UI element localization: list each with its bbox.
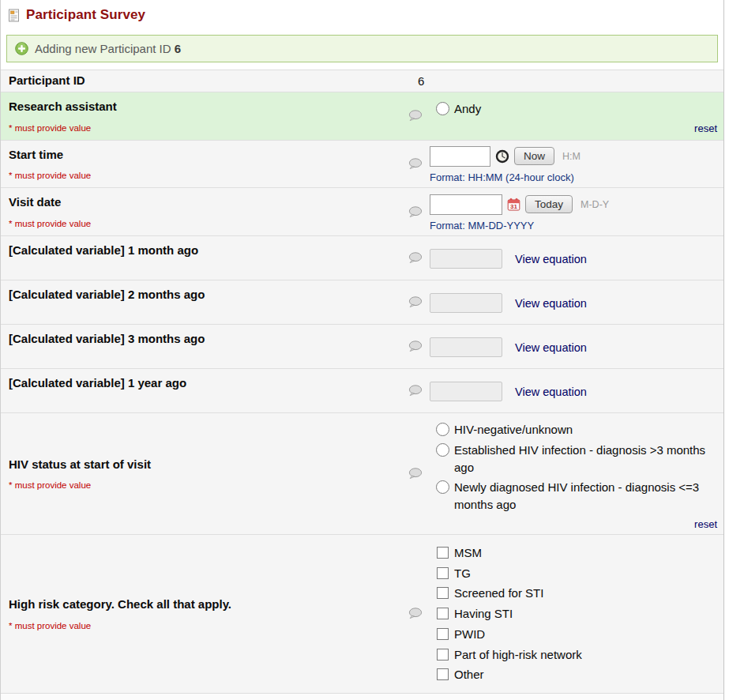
radio-button[interactable] — [436, 423, 449, 436]
reset-link[interactable]: reset — [694, 122, 717, 134]
calc-value-input — [430, 249, 502, 269]
required-note: * must provide value — [9, 621, 397, 630]
calc-value-input — [430, 337, 502, 357]
required-note: * must provide value — [9, 219, 397, 228]
visit-date-input[interactable] — [430, 194, 502, 215]
checkbox-label: MSM — [454, 544, 482, 562]
checkbox-option-screened-sti[interactable]: Screened for STI — [436, 585, 719, 602]
time-format-note: Format: HH:MM (24-hour clock) — [430, 171, 719, 183]
banner-record-id: 6 — [175, 42, 181, 55]
adding-record-banner: Adding new Participant ID 6 — [6, 35, 718, 62]
now-button[interactable]: Now — [514, 147, 554, 165]
view-equation-link[interactable]: View equation — [515, 253, 587, 265]
svg-text:31: 31 — [510, 203, 517, 210]
checkbox-option-pwid[interactable]: PWID — [436, 626, 719, 643]
start-time-label: Start time — [9, 148, 397, 163]
view-equation-link[interactable]: View equation — [515, 297, 587, 310]
checkbox-option-msm[interactable]: MSM — [436, 544, 719, 562]
calc-value-input — [430, 382, 502, 401]
row-calc-1-month: [Calculated variable] 1 month ago View e… — [1, 235, 723, 280]
radio-button[interactable] — [436, 480, 449, 494]
checkbox-label: Part of high-risk network — [454, 646, 582, 664]
row-high-risk: High risk category. Check all that apply… — [1, 534, 723, 693]
checkbox-label: TG — [454, 565, 471, 582]
participant-survey-page: Participant Survey Adding new Participan… — [0, 0, 729, 700]
row-visit-date: Visit date * must provide value — [1, 187, 723, 235]
calc-value-input — [430, 293, 502, 313]
reset-link[interactable]: reset — [694, 518, 717, 530]
field-comment-icon[interactable] — [408, 110, 423, 122]
hiv-status-label: HIV status at start of visit — [9, 457, 397, 472]
field-comment-icon[interactable] — [408, 608, 423, 619]
research-assistant-label: Research assistant — [9, 100, 397, 115]
field-comment-icon[interactable] — [408, 341, 423, 352]
required-note: * must provide value — [9, 123, 397, 133]
radio-option-established-hiv[interactable]: Established HIV infection - diagnosis >3… — [436, 442, 719, 476]
field-comment-icon[interactable] — [408, 468, 423, 480]
required-note: * must provide value — [9, 480, 397, 490]
banner-wrap: Adding new Participant ID 6 — [1, 29, 723, 70]
checkbox-label: Other — [454, 666, 484, 683]
radio-label: Newly diagnosed HIV infection - diagnosi… — [454, 479, 719, 514]
checkbox-option-tg[interactable]: TG — [436, 565, 719, 582]
calc-label: [Calculated variable] 1 month ago — [9, 243, 397, 258]
participant-id-value: 6 — [400, 74, 719, 88]
checkbox-label: Screened for STI — [454, 585, 543, 602]
calc-label: [Calculated variable] 3 months ago — [9, 332, 397, 347]
checkbox-option-having-sti[interactable]: Having STI — [436, 605, 719, 623]
start-time-input[interactable] — [430, 146, 490, 167]
page-title: Participant Survey — [26, 7, 145, 23]
checkbox-option-other[interactable]: Other — [436, 666, 719, 683]
radio-label: Andy — [454, 100, 481, 118]
visit-date-label: Visit date — [9, 195, 397, 210]
survey-form-icon — [7, 9, 21, 22]
row-calc-2-months: [Calculated variable] 2 months ago View … — [1, 280, 723, 324]
checkbox[interactable] — [437, 628, 449, 640]
row-calc-3-months: [Calculated variable] 3 months ago View … — [1, 324, 723, 368]
row-instruction-message: Please press "Next Page" and hand the co… — [1, 693, 723, 700]
radio-label: Established HIV infection - diagnosis >3… — [454, 442, 719, 476]
row-research-assistant: Research assistant * must provide value … — [1, 92, 723, 140]
date-format-note: Format: MM-DD-YYYY — [430, 220, 719, 231]
checkbox[interactable] — [437, 649, 449, 660]
calc-label: [Calculated variable] 1 year ago — [9, 376, 397, 391]
date-hint: M-D-Y — [581, 199, 609, 210]
checkbox[interactable] — [437, 567, 449, 579]
participant-id-label: Participant ID — [9, 73, 397, 88]
field-comment-icon[interactable] — [408, 206, 423, 218]
time-hint: H:M — [562, 151, 581, 162]
required-note: * must provide value — [9, 171, 397, 180]
radio-option-andy[interactable]: Andy — [436, 100, 719, 118]
field-comment-icon[interactable] — [408, 385, 423, 397]
high-risk-label: High risk category. Check all that apply… — [9, 597, 397, 612]
row-calc-1-year: [Calculated variable] 1 year ago View eq… — [1, 368, 723, 412]
time-picker-clock-icon[interactable] — [495, 149, 509, 164]
calc-label: [Calculated variable] 2 months ago — [9, 288, 397, 303]
row-participant-id: Participant ID 6 — [1, 70, 723, 92]
checkbox[interactable] — [437, 547, 449, 559]
checkbox-option-high-risk-network[interactable]: Part of high-risk network — [436, 646, 719, 664]
radio-option-hiv-negative[interactable]: HIV-negative/unknown — [436, 421, 719, 438]
field-comment-icon[interactable] — [408, 296, 423, 308]
radio-label: HIV-negative/unknown — [454, 421, 573, 438]
checkbox-label: Having STI — [454, 605, 513, 623]
banner-label: Adding new Participant ID — [35, 42, 171, 55]
field-comment-icon[interactable] — [408, 158, 423, 170]
survey-form-table: Participant Survey Adding new Participan… — [0, 0, 724, 700]
row-hiv-status: HIV status at start of visit * must prov… — [1, 412, 723, 534]
add-record-plus-icon — [15, 42, 28, 55]
banner-text: Adding new Participant ID 6 — [35, 42, 181, 55]
today-button[interactable]: Today — [525, 195, 573, 213]
radio-button[interactable] — [436, 443, 449, 457]
checkbox[interactable] — [437, 587, 449, 599]
view-equation-link[interactable]: View equation — [515, 341, 587, 354]
radio-button[interactable] — [436, 102, 449, 115]
checkbox[interactable] — [437, 608, 449, 619]
date-picker-calendar-icon[interactable]: 31 — [507, 198, 520, 211]
checkbox-label: PWID — [454, 626, 485, 643]
view-equation-link[interactable]: View equation — [515, 386, 587, 398]
row-start-time: Start time * must provide value — [1, 140, 723, 188]
field-comment-icon[interactable] — [408, 252, 423, 264]
checkbox[interactable] — [437, 668, 449, 680]
radio-option-newly-diagnosed-hiv[interactable]: Newly diagnosed HIV infection - diagnosi… — [436, 479, 719, 514]
